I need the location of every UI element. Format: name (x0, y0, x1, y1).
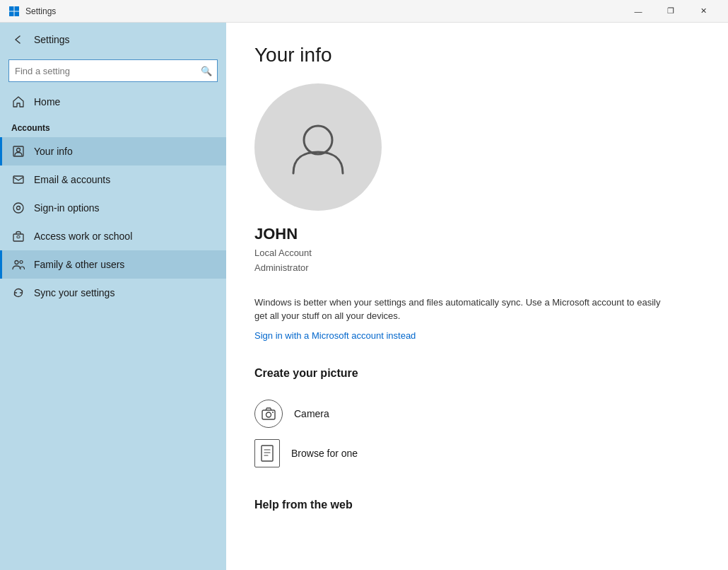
family-icon (11, 257, 25, 272)
sidebar-item-your-info[interactable]: Your info (0, 137, 226, 165)
your-info-label: Your info (34, 146, 73, 157)
work-school-label: Access work or school (34, 231, 132, 242)
sidebar-item-family[interactable]: Family & other users (0, 250, 226, 279)
camera-icon (254, 400, 283, 428)
maximize-button[interactable]: ❐ (654, 0, 687, 23)
svg-point-11 (15, 261, 18, 264)
search-input[interactable] (8, 59, 218, 82)
email-icon (11, 173, 25, 187)
sidebar: Settings 🔍 Home Accounts (0, 23, 226, 570)
window-controls: — ❐ ✕ (622, 0, 720, 23)
svg-point-7 (13, 203, 23, 213)
svg-point-13 (304, 126, 332, 154)
app-title-label: Settings (34, 34, 70, 45)
svg-point-12 (20, 261, 23, 264)
help-title: Help from the web (254, 499, 700, 511)
svg-point-16 (272, 412, 274, 413)
page-title: Your info (254, 44, 700, 66)
sync-description: Windows is better when your settings and… (254, 296, 664, 323)
back-button[interactable] (8, 30, 28, 50)
work-school-icon (11, 229, 25, 243)
window-title: Settings (25, 6, 622, 16)
sidebar-item-work-school[interactable]: Access work or school (0, 222, 226, 250)
family-label: Family & other users (34, 259, 124, 270)
svg-rect-14 (262, 410, 275, 419)
home-icon (11, 95, 25, 109)
user-name: JOHN (254, 225, 700, 243)
account-type-line1: Local Account (254, 248, 312, 258)
account-type: Local Account Administrator (254, 246, 700, 276)
app-container: Settings 🔍 Home Accounts (0, 23, 728, 570)
accounts-section-label: Accounts (0, 116, 226, 137)
app-icon (8, 6, 20, 17)
svg-rect-2 (9, 11, 14, 16)
sync-icon (11, 286, 25, 300)
sign-in-label: Sign-in options (34, 202, 100, 214)
search-wrapper: 🔍 (8, 59, 218, 82)
avatar-icon (286, 115, 350, 179)
sign-in-icon (11, 201, 25, 215)
close-button[interactable]: ✕ (687, 0, 720, 23)
avatar (254, 83, 382, 211)
search-container: 🔍 (0, 57, 226, 88)
browse-icon (254, 439, 280, 467)
sidebar-item-sign-in[interactable]: Sign-in options (0, 194, 226, 222)
account-type-line2: Administrator (254, 262, 309, 273)
nav-item-home[interactable]: Home (0, 88, 226, 116)
your-info-icon (11, 144, 25, 158)
camera-option[interactable]: Camera (254, 394, 700, 434)
create-picture-title: Create your picture (254, 367, 700, 380)
sidebar-item-sync[interactable]: Sync your settings (0, 279, 226, 307)
camera-label: Camera (294, 408, 329, 419)
sidebar-item-email-accounts[interactable]: Email & accounts (0, 165, 226, 194)
minimize-button[interactable]: — (622, 0, 654, 23)
svg-rect-10 (17, 236, 20, 238)
browse-label: Browse for one (291, 448, 358, 459)
browse-option[interactable]: Browse for one (254, 434, 700, 473)
email-accounts-label: Email & accounts (34, 174, 110, 185)
svg-rect-17 (262, 446, 273, 461)
svg-point-8 (17, 207, 20, 210)
sidebar-top: Settings (0, 23, 226, 57)
svg-rect-6 (13, 176, 23, 183)
svg-point-15 (266, 412, 271, 417)
home-label: Home (34, 96, 60, 107)
svg-point-5 (17, 149, 20, 152)
svg-rect-1 (15, 6, 20, 11)
sync-label: Sync your settings (34, 287, 115, 298)
svg-rect-0 (9, 6, 14, 11)
svg-rect-3 (15, 11, 20, 16)
back-icon (14, 35, 23, 44)
ms-account-link[interactable]: Sign in with a Microsoft account instead (254, 330, 416, 341)
content-area: Your info JOHN Local Account Administrat… (226, 23, 728, 570)
titlebar: Settings — ❐ ✕ (0, 0, 728, 23)
